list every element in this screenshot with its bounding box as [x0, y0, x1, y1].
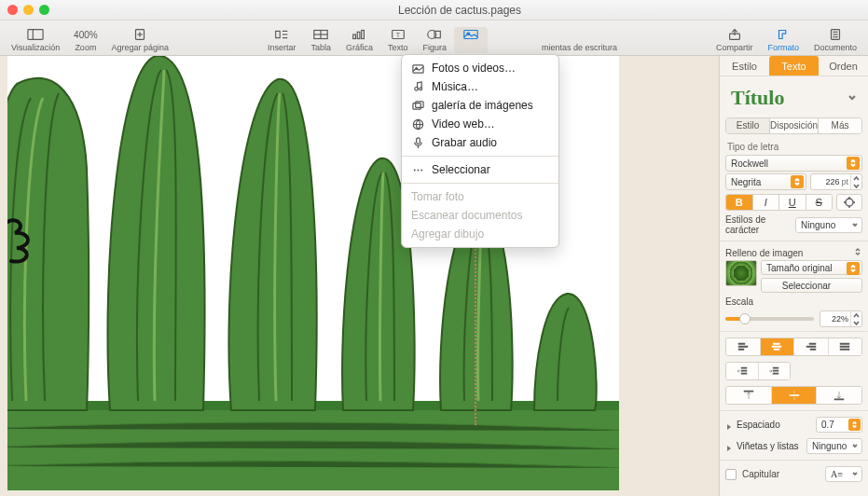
svg-point-38 — [846, 199, 853, 206]
char-style-select[interactable]: Ninguno — [795, 217, 862, 233]
toolbar-visualizacion[interactable]: Visualización — [4, 27, 67, 53]
indent-group — [725, 362, 791, 380]
main-toolbar: Visualización 400% Zoom Agregar página I… — [0, 21, 868, 56]
toolbar-grafica[interactable]: Gráfica — [338, 27, 380, 53]
shape-icon — [425, 27, 444, 42]
chevron-updown-icon[interactable] — [853, 247, 862, 258]
svg-rect-58 — [790, 394, 799, 395]
fill-select-button[interactable]: Seleccionar — [761, 278, 862, 293]
bullets-row[interactable]: Viñetas y listas Ninguno — [725, 438, 862, 454]
dropcap-checkbox[interactable] — [725, 469, 737, 480]
svg-rect-51 — [741, 367, 747, 368]
text-icon: T — [389, 27, 407, 42]
align-left-button[interactable] — [726, 338, 760, 355]
inspector-tabs: Estilo Texto Orden — [720, 56, 868, 76]
advanced-font-button[interactable] — [836, 194, 862, 211]
dropcap-style-select[interactable]: A≡ — [825, 466, 862, 482]
dropcap-preview: A≡ — [831, 469, 843, 479]
menu-item-musica[interactable]: Música… — [402, 77, 558, 96]
menu-label: Video web… — [432, 117, 495, 131]
svg-text:T: T — [395, 31, 400, 39]
char-style-value: Ninguno — [801, 220, 835, 230]
toolbar-documento[interactable]: Documento — [806, 27, 864, 53]
svg-point-34 — [417, 169, 419, 171]
window-titlebar: Lección de cactus.pages — [0, 0, 868, 21]
indent-button[interactable] — [758, 363, 791, 379]
menu-item-galeria[interactable]: galería de imágenes — [402, 96, 558, 115]
inspector-tab-estilo[interactable]: Estilo — [720, 56, 769, 76]
italic-button[interactable]: I — [752, 195, 779, 210]
zoom-window-button[interactable] — [39, 5, 49, 15]
fill-label: Relleno de imagen — [725, 248, 849, 258]
title-scribble — [7, 214, 35, 267]
music-icon — [411, 80, 424, 93]
scale-slider[interactable] — [725, 317, 814, 321]
inspector-tab-texto[interactable]: Texto — [769, 56, 819, 76]
valign-bottom-button[interactable] — [816, 387, 861, 404]
minimize-window-button[interactable] — [23, 5, 34, 15]
align-center-button[interactable] — [760, 338, 794, 355]
bullets-select[interactable]: Ninguno — [806, 438, 862, 454]
svg-rect-30 — [415, 101, 422, 107]
fill-image-thumb[interactable] — [725, 260, 757, 286]
globe-icon — [411, 117, 424, 131]
toolbar-herramientas-escritura[interactable]: mientas de escritura — [534, 27, 625, 53]
svg-rect-5 — [276, 31, 281, 37]
toolbar-agregar-pagina[interactable]: Agregar página — [103, 27, 176, 53]
svg-rect-57 — [744, 391, 753, 392]
toolbar-figura[interactable]: Figura — [415, 27, 454, 53]
close-window-button[interactable] — [7, 5, 18, 15]
menu-item-fotos-videos[interactable]: Fotos o videos… — [402, 59, 558, 77]
font-size-stepper[interactable]: 226 pt — [810, 173, 862, 190]
svg-rect-14 — [362, 31, 365, 39]
triangle-right-icon — [725, 421, 733, 429]
toolbar-texto[interactable]: T Texto — [380, 27, 416, 53]
spacing-row[interactable]: Espaciado 0.7 — [725, 417, 862, 433]
chevron-updown-icon — [791, 175, 804, 188]
svg-rect-32 — [416, 137, 420, 144]
subtab-disposicion[interactable]: Disposición — [769, 118, 818, 133]
vertical-align-group — [725, 386, 862, 405]
document-title: Lección de cactus.pages — [59, 4, 861, 17]
align-right-button[interactable] — [793, 338, 828, 355]
bold-button[interactable]: B — [726, 195, 752, 210]
subtab-estilo[interactable]: Estilo — [726, 118, 769, 133]
menu-item-tomar-foto: Tomar foto — [402, 187, 558, 206]
strikethrough-button[interactable]: S — [806, 195, 833, 210]
toolbar-zoom[interactable]: 400% Zoom — [67, 27, 103, 53]
outdent-button[interactable] — [726, 363, 758, 379]
svg-rect-40 — [738, 346, 748, 348]
menu-item-seleccionar[interactable]: Seleccionar — [402, 160, 558, 179]
fill-mode-select[interactable]: Tamaño original — [761, 260, 862, 275]
chevron-down-icon — [851, 469, 859, 479]
font-weight-select[interactable]: Negrita — [725, 173, 806, 190]
menu-item-grabar-audio[interactable]: Grabar audio — [402, 133, 558, 152]
valign-middle-button[interactable] — [771, 387, 817, 404]
toolbar-tabla[interactable]: Tabla — [303, 27, 338, 53]
paragraph-style-selector[interactable]: Título — [723, 80, 864, 116]
fill-select-label: Seleccionar — [782, 281, 831, 291]
table-icon — [311, 27, 330, 42]
menu-label: Seleccionar — [432, 163, 490, 176]
svg-rect-45 — [809, 343, 816, 345]
canvas-right-gutter — [619, 56, 718, 490]
svg-point-33 — [413, 169, 415, 171]
menu-item-video-web[interactable]: Video web… — [402, 115, 558, 133]
inspector-tab-orden[interactable]: Orden — [819, 56, 868, 76]
toolbar-formato[interactable]: Formato — [760, 27, 806, 53]
valign-top-button[interactable] — [726, 387, 771, 404]
underline-button[interactable]: U — [778, 195, 806, 210]
zoom-text-icon: 400% — [76, 27, 95, 42]
scale-stepper[interactable]: 22% — [820, 310, 862, 327]
toolbar-insertar[interactable]: Insertar — [260, 27, 304, 53]
align-justify-button[interactable] — [828, 338, 862, 355]
stepper-arrows-icon — [850, 174, 861, 189]
toolbar-compartir[interactable]: Compartir — [709, 27, 761, 53]
toolbar-multimedia[interactable]: M — [454, 27, 488, 53]
spacing-select[interactable]: 0.7 — [816, 417, 862, 433]
format-inspector-panel: Estilo Texto Orden Título Estilo Disposi… — [719, 56, 868, 496]
scale-value: 22% — [820, 314, 850, 324]
fill-mode-value: Tamaño original — [766, 263, 833, 273]
font-family-select[interactable]: Rockwell — [725, 155, 862, 172]
subtab-mas[interactable]: Más — [818, 118, 861, 133]
